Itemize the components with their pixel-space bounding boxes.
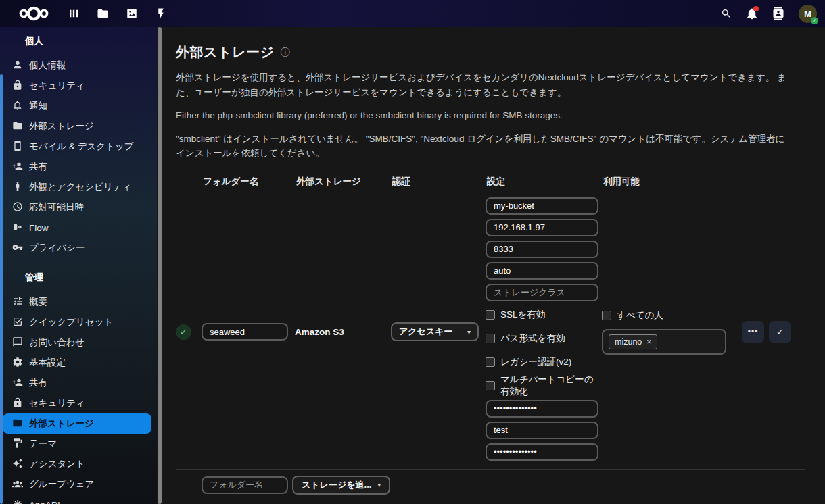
intro-text: 外部ストレージを使用すると、外部ストレージサービスおよびデバイスをセカンダリのN… bbox=[176, 70, 791, 99]
dashboard-icon[interactable] bbox=[68, 7, 80, 20]
add-storage-select[interactable]: ストレージを追... ▾ bbox=[292, 476, 390, 495]
avatar-initial: M bbox=[804, 9, 811, 19]
contacts-icon[interactable] bbox=[772, 7, 784, 20]
status-ok-icon: ✓ bbox=[176, 324, 191, 340]
sidebar-item-privacy[interactable]: プライバシー bbox=[3, 238, 151, 258]
sidebar-item-appapi[interactable]: AppAPI bbox=[3, 495, 151, 504]
remove-tag-icon[interactable]: × bbox=[646, 337, 651, 347]
flow-icon bbox=[12, 222, 23, 234]
password-input[interactable] bbox=[486, 443, 598, 461]
sidebar-item-personal-info[interactable]: 個人情報 bbox=[3, 55, 151, 76]
checkbox-icon[interactable] bbox=[602, 311, 611, 320]
cog-icon bbox=[12, 357, 23, 370]
content-scrollbar[interactable] bbox=[157, 27, 162, 504]
files-icon[interactable] bbox=[97, 7, 109, 20]
row-actions: ••• ✓ bbox=[742, 321, 805, 343]
external-storage-icon bbox=[12, 418, 23, 430]
settings-sidebar: 個人 個人情報 セキュリティ 通知 外部ストレージ bbox=[0, 27, 157, 504]
sidebar-item-assistant[interactable]: アシスタント bbox=[3, 454, 151, 474]
storage-table: フォルダー名 外部ストレージ 認証 設定 利用可能 ✓ Amazon S3 アク… bbox=[176, 173, 805, 469]
user-tag-label: mizuno bbox=[615, 337, 642, 347]
nextcloud-logo[interactable] bbox=[16, 5, 51, 22]
column-header-available-for: 利用可能 bbox=[602, 173, 742, 195]
checkbox-icon[interactable] bbox=[486, 381, 495, 390]
checkbox-icon[interactable] bbox=[486, 357, 495, 367]
key-icon bbox=[12, 242, 23, 255]
legacy-auth-checkbox[interactable]: レガシー認証(v2) bbox=[486, 355, 602, 370]
tune-icon bbox=[12, 296, 23, 309]
info-icon[interactable]: ⓘ bbox=[280, 47, 289, 59]
column-header-folder-name: フォルダー名 bbox=[202, 173, 295, 195]
save-row-button[interactable]: ✓ bbox=[769, 321, 791, 343]
checkbox-icon[interactable] bbox=[486, 334, 495, 343]
sidebar-item-sharing-admin[interactable]: 共有 bbox=[3, 373, 151, 393]
scrollbar-thumb[interactable] bbox=[158, 27, 162, 504]
page-title: 外部ストレージ bbox=[176, 43, 274, 61]
multipart-copy-checkbox[interactable]: マルチパートコピーの有効化 bbox=[486, 378, 602, 394]
preset-icon bbox=[12, 316, 23, 329]
sidebar-item-appearance-accessibility[interactable]: 外観とアクセシビリティ bbox=[3, 177, 151, 197]
sidebar-item-theming[interactable]: テーマ bbox=[3, 434, 151, 454]
chevron-down-icon: ▾ bbox=[467, 328, 471, 336]
external-storage-icon bbox=[12, 120, 23, 133]
column-header-external-storage: 外部ストレージ bbox=[295, 173, 391, 195]
auth-method-select[interactable]: アクセスキー ▾ bbox=[391, 322, 479, 341]
enable-ssl-checkbox[interactable]: SSLを有効 bbox=[486, 307, 602, 323]
table-header-row: フォルダー名 外部ストレージ 認証 設定 利用可能 bbox=[176, 173, 805, 195]
sidebar-caption-personal: 個人 bbox=[0, 32, 157, 50]
user-tag: mizuno × bbox=[609, 334, 657, 349]
sidebar-item-flow[interactable]: Flow bbox=[3, 218, 151, 238]
notifications-icon[interactable] bbox=[746, 7, 758, 20]
sidebar-item-availability[interactable]: 応対可能日時 bbox=[3, 197, 151, 218]
secret-key-input[interactable] bbox=[486, 422, 598, 439]
topbar-right: M ✓ bbox=[721, 5, 817, 23]
sidebar-item-security-personal[interactable]: セキュリティ bbox=[3, 76, 151, 96]
bucket-input[interactable] bbox=[486, 197, 598, 215]
search-icon[interactable] bbox=[721, 8, 732, 19]
photos-icon[interactable] bbox=[126, 7, 138, 20]
sidebar-item-sharing-personal[interactable]: 共有 bbox=[3, 157, 151, 177]
sidebar-item-support[interactable]: お問い合わせ bbox=[3, 332, 151, 353]
sidebar-item-security-admin[interactable]: セキュリティ bbox=[3, 393, 151, 413]
avatar[interactable]: M ✓ bbox=[799, 5, 817, 23]
sidebar-item-mobile-desktop[interactable]: モバイル & デスクトップ bbox=[3, 136, 151, 157]
hostname-input[interactable] bbox=[486, 219, 598, 236]
sidebar-item-quick-presets[interactable]: クイックプリセット bbox=[3, 312, 151, 332]
accessibility-icon bbox=[12, 181, 23, 194]
activity-icon[interactable] bbox=[155, 7, 167, 20]
smb-requirement-text: Either the php-smbclient library (prefer… bbox=[176, 108, 791, 123]
sidebar-item-external-storage-admin[interactable]: 外部ストレージ bbox=[3, 413, 151, 434]
app-launcher bbox=[68, 7, 167, 20]
sidebar-item-notifications[interactable]: 通知 bbox=[3, 96, 151, 116]
sidebar-item-groupware[interactable]: グループウェア bbox=[3, 474, 151, 495]
enable-path-style-checkbox[interactable]: パス形式を有効 bbox=[486, 331, 602, 347]
region-input[interactable] bbox=[486, 262, 598, 280]
notification-dot bbox=[753, 6, 759, 11]
theme-icon bbox=[12, 438, 23, 451]
access-key-input[interactable] bbox=[486, 400, 598, 418]
assistant-icon bbox=[12, 458, 23, 471]
sidebar-scrollbar[interactable] bbox=[0, 74, 3, 504]
share-icon bbox=[12, 377, 23, 390]
sidebar-item-basic-settings[interactable]: 基本設定 bbox=[3, 353, 151, 373]
auth-method-value: アクセスキー bbox=[399, 326, 453, 338]
feedback-icon bbox=[12, 336, 23, 349]
external-storage-settings: 外部ストレージ ⓘ 外部ストレージを使用すると、外部ストレージサービスおよびデバ… bbox=[162, 27, 825, 504]
applicable-users-input[interactable]: mizuno × bbox=[602, 329, 726, 355]
sidebar-section-personal: 個人 個人情報 セキュリティ 通知 外部ストレージ bbox=[0, 32, 157, 258]
sidebar-item-overview[interactable]: 概要 bbox=[3, 292, 151, 312]
column-header-configuration: 設定 bbox=[486, 173, 602, 195]
port-input[interactable] bbox=[486, 241, 598, 258]
groupware-icon bbox=[12, 478, 23, 491]
checkbox-icon[interactable] bbox=[486, 310, 495, 320]
all-people-checkbox[interactable]: すべての人 bbox=[602, 309, 742, 322]
sidebar-item-external-storage-personal[interactable]: 外部ストレージ bbox=[3, 116, 151, 136]
folder-name-input[interactable] bbox=[202, 323, 288, 341]
share-icon bbox=[12, 161, 23, 174]
storage-row-seaweed: ✓ Amazon S3 アクセスキー ▾ bbox=[176, 195, 805, 469]
sidebar-caption-admin: 管理 bbox=[0, 269, 157, 286]
more-options-button[interactable]: ••• bbox=[742, 321, 764, 343]
account-icon bbox=[12, 59, 23, 72]
storage-class-input[interactable] bbox=[486, 284, 598, 301]
new-folder-name-input[interactable] bbox=[202, 476, 288, 494]
